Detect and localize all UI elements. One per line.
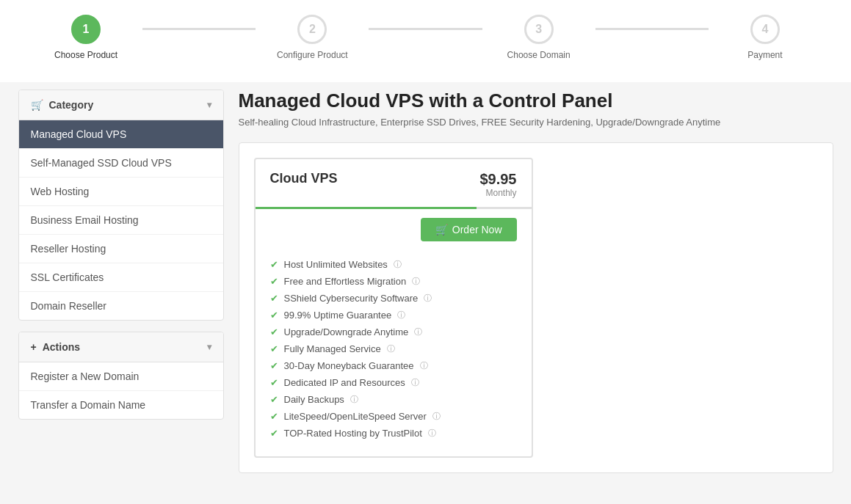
category-item-managed-cloud-vps[interactable]: Managed Cloud VPS (19, 120, 223, 149)
sidebar: 🛒 Category ▾ Managed Cloud VPS Self-Mana… (18, 90, 224, 473)
page-subtitle: Self-healing Cloud Infrastructure, Enter… (239, 117, 833, 128)
step-4-label: Payment (747, 50, 782, 60)
feature-text-5: Upgrade/Downgrade Anytime (284, 326, 409, 337)
info-icon-9[interactable]: ⓘ (350, 394, 358, 405)
actions-chevron-icon: ▾ (207, 342, 211, 352)
feature-text-4: 99.9% Uptime Guarantee (284, 310, 392, 321)
category-label: Category (49, 99, 94, 111)
steps-container: 1 Choose Product 2 Configure Product 3 C… (29, 15, 822, 60)
step-4-number: 4 (761, 23, 768, 36)
check-icon-11: ✔ (270, 428, 278, 439)
progress-bar: 1 Choose Product 2 Configure Product 3 C… (0, 0, 851, 82)
step-4-circle: 4 (750, 15, 780, 44)
feature-text-6: Fully Managed Service (284, 343, 381, 354)
check-icon-8: ✔ (270, 377, 278, 388)
category-item-business-email[interactable]: Business Email Hosting (19, 206, 223, 235)
step-2-number: 2 (309, 23, 316, 36)
order-btn-label: Order Now (452, 224, 502, 235)
info-icon-6[interactable]: ⓘ (387, 343, 395, 354)
step-3-label: Choose Domain (507, 50, 571, 60)
price-amount: $9.95 (479, 171, 516, 187)
features-list: ✔ Host Unlimited Websites ⓘ ✔ Free and E… (256, 250, 532, 456)
feature-text-10: LiteSpeed/OpenLiteSpeed Server (284, 411, 427, 422)
actions-label: Actions (43, 341, 80, 353)
step-line-1 (142, 28, 256, 30)
info-icon-5[interactable]: ⓘ (414, 326, 422, 337)
main-container: 🛒 Category ▾ Managed Cloud VPS Self-Mana… (7, 90, 844, 473)
step-3-number: 3 (535, 23, 542, 36)
feature-item-10: ✔ LiteSpeed/OpenLiteSpeed Server ⓘ (270, 408, 517, 425)
info-icon-3[interactable]: ⓘ (424, 293, 432, 304)
product-container: Cloud VPS $9.95 Monthly 🛒 Order Now (239, 142, 833, 473)
feature-text-7: 30-Day Moneyback Guarantee (284, 360, 414, 371)
info-icon-11[interactable]: ⓘ (428, 428, 436, 439)
check-icon-7: ✔ (270, 360, 278, 371)
feature-item-8: ✔ Dedicated IP and Resources ⓘ (270, 374, 517, 391)
feature-text-1: Host Unlimited Websites (284, 259, 388, 270)
feature-item-9: ✔ Daily Backups ⓘ (270, 391, 517, 408)
feature-item-5: ✔ Upgrade/Downgrade Anytime ⓘ (270, 324, 517, 340)
step-2-circle: 2 (297, 15, 327, 44)
check-icon-5: ✔ (270, 326, 278, 337)
order-now-button[interactable]: 🛒 Order Now (421, 218, 517, 241)
step-line-3 (595, 28, 709, 30)
category-section: 🛒 Category ▾ Managed Cloud VPS Self-Mana… (18, 90, 224, 321)
info-icon-4[interactable]: ⓘ (397, 310, 405, 321)
info-icon-10[interactable]: ⓘ (432, 411, 441, 422)
actions-section: + Actions ▾ Register a New Domain Transf… (18, 332, 224, 420)
order-btn-row: 🛒 Order Now (256, 209, 532, 250)
step-3-circle: 3 (524, 15, 554, 44)
category-item-ssl-certificates[interactable]: SSL Certificates (19, 263, 223, 292)
info-icon-7[interactable]: ⓘ (420, 360, 428, 371)
price-period: Monthly (479, 188, 516, 198)
check-icon-3: ✔ (270, 293, 278, 304)
step-1-circle: 1 (71, 15, 101, 44)
product-name: Cloud VPS (270, 171, 338, 186)
info-icon-2[interactable]: ⓘ (412, 276, 420, 287)
check-icon-1: ✔ (270, 259, 278, 270)
feature-item-6: ✔ Fully Managed Service ⓘ (270, 340, 517, 357)
feature-text-9: Daily Backups (284, 394, 344, 405)
info-icon-8[interactable]: ⓘ (411, 377, 419, 388)
feature-item-2: ✔ Free and Effortless Migration ⓘ (270, 273, 517, 290)
order-cart-icon: 🛒 (435, 224, 448, 235)
feature-text-11: TOP-Rated Hosting by TrustPilot (284, 428, 422, 439)
category-chevron-icon: ▾ (207, 100, 211, 110)
check-icon-6: ✔ (270, 343, 278, 354)
action-item-transfer-domain[interactable]: Transfer a Domain Name (19, 391, 223, 419)
content-area: Managed Cloud VPS with a Control Panel S… (239, 90, 833, 473)
feature-text-2: Free and Effortless Migration (284, 276, 407, 287)
plus-icon: + (31, 341, 37, 353)
feature-item-3: ✔ SShield Cybersecurity Software ⓘ (270, 290, 517, 307)
step-3: 3 Choose Domain (482, 15, 595, 60)
step-1-label: Choose Product (54, 50, 117, 60)
feature-item-4: ✔ 99.9% Uptime Guarantee ⓘ (270, 307, 517, 324)
step-1-number: 1 (83, 23, 90, 36)
page-title: Managed Cloud VPS with a Control Panel (239, 90, 833, 112)
category-item-self-managed-ssd[interactable]: Self-Managed SSD Cloud VPS (19, 149, 223, 178)
step-4: 4 Payment (709, 15, 822, 60)
step-line-2 (369, 28, 482, 30)
category-header: 🛒 Category ▾ (19, 90, 223, 120)
check-icon-9: ✔ (270, 394, 278, 405)
actions-header: + Actions ▾ (19, 332, 223, 362)
feature-text-3: SShield Cybersecurity Software (284, 293, 419, 304)
category-item-reseller-hosting[interactable]: Reseller Hosting (19, 235, 223, 263)
check-icon-2: ✔ (270, 276, 278, 287)
feature-text-8: Dedicated IP and Resources (284, 377, 405, 388)
cart-icon: 🛒 (31, 99, 43, 111)
feature-item-7: ✔ 30-Day Moneyback Guarantee ⓘ (270, 357, 517, 374)
product-card: Cloud VPS $9.95 Monthly 🛒 Order Now (254, 158, 533, 458)
feature-item-1: ✔ Host Unlimited Websites ⓘ (270, 256, 517, 273)
step-1: 1 Choose Product (29, 15, 142, 60)
action-item-register-domain[interactable]: Register a New Domain (19, 362, 223, 391)
step-2: 2 Configure Product (256, 15, 369, 60)
info-icon-1[interactable]: ⓘ (394, 259, 402, 270)
category-item-web-hosting[interactable]: Web Hosting (19, 178, 223, 206)
feature-item-11: ✔ TOP-Rated Hosting by TrustPilot ⓘ (270, 425, 517, 442)
check-icon-10: ✔ (270, 411, 278, 422)
step-2-label: Configure Product (277, 50, 348, 60)
check-icon-4: ✔ (270, 310, 278, 321)
product-price: $9.95 Monthly (479, 171, 516, 198)
category-item-domain-reseller[interactable]: Domain Reseller (19, 292, 223, 320)
